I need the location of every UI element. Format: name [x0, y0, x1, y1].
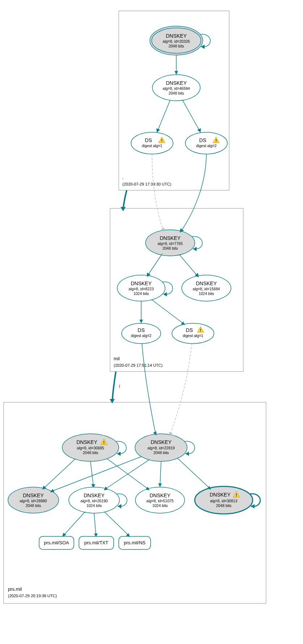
rr-soa: prs.mil/SOA: [44, 540, 69, 545]
zone-ts-root: (2020-07-29 17:39:30 UTC): [122, 182, 171, 186]
dnssec-graph: . (2020-07-29 17:39:30 UTC) mil (2020-07…: [0, 0, 303, 644]
svg-text:DS: DS: [145, 137, 152, 143]
zone-ts-mil: (2020-07-29 17:51:14 UTC): [114, 363, 163, 367]
svg-text:DNSKEY: DNSKEY: [131, 281, 152, 286]
svg-text:DNSKEY: DNSKEY: [76, 439, 97, 445]
svg-text:!: !: [200, 328, 201, 332]
rr-ns: prs.mil/NS: [124, 540, 146, 545]
svg-text:alg=8, id=30813: alg=8, id=30813: [210, 499, 237, 503]
svg-text:alg=8, id=30685: alg=8, id=30685: [77, 446, 104, 450]
rr-txt: prs.mil/TXT: [84, 540, 109, 545]
node-mil-zsk1: DNSKEY alg=8, id=8223 1024 bits: [117, 275, 165, 301]
svg-text:DNSKEY: DNSKEY: [23, 493, 44, 498]
svg-text:alg=8, id=8223: alg=8, id=8223: [129, 287, 154, 291]
svg-text:DNSKEY: DNSKEY: [160, 235, 181, 241]
svg-marker-94: [158, 483, 162, 487]
svg-text:DS: DS: [199, 137, 206, 143]
node-prs-ksk1: DNSKEY alg=8, id=30685 2048 bits !: [62, 434, 119, 461]
svg-text:!: !: [215, 138, 217, 143]
svg-text:!: !: [103, 440, 105, 445]
zone-ts-prsmil: (2020-07-29 20:19:38 UTC): [8, 594, 57, 598]
svg-text:1024 bits: 1024 bits: [152, 503, 168, 508]
svg-text:alg=8, id=26190: alg=8, id=26190: [80, 499, 108, 503]
svg-text:2048 bits: 2048 bits: [153, 450, 169, 455]
svg-marker-52: [110, 399, 115, 403]
svg-text:alg=8, id=51075: alg=8, id=51075: [146, 499, 173, 503]
node-mil-ksk: DNSKEY alg=8, id=7765 2048 bits: [146, 230, 195, 256]
svg-text:!: !: [161, 138, 163, 143]
svg-text:2048 bits: 2048 bits: [83, 450, 98, 455]
node-prs-k2: DNSKEY alg=8, id=26190 1024 bits: [69, 487, 119, 513]
svg-text:alg=8, id=20326: alg=8, id=20326: [163, 39, 190, 43]
svg-text:2048 bits: 2048 bits: [26, 503, 41, 508]
svg-text:digest alg=2: digest alg=2: [196, 144, 217, 148]
svg-text:2048 bits: 2048 bits: [169, 91, 184, 95]
svg-text:1024 bits: 1024 bits: [134, 291, 149, 296]
node-root-ds1: DS digest alg=1 !: [131, 132, 173, 154]
svg-text:alg=8, id=15684: alg=8, id=15684: [193, 287, 220, 291]
node-prs-k3: DNSKEY alg=8, id=51075 1024 bits: [135, 487, 185, 513]
svg-text:alg=8, id=22819: alg=8, id=22819: [147, 446, 174, 450]
svg-text:DNSKEY: DNSKEY: [166, 80, 187, 86]
node-mil-zsk2: DNSKEY alg=8, id=15684 1024 bits: [182, 275, 231, 301]
node-root-ksk: DNSKEY alg=8, id=20326 2048 bits: [150, 26, 203, 55]
svg-text:!: !: [119, 384, 120, 389]
svg-text:1024 bits: 1024 bits: [87, 503, 102, 508]
zone-label-prsmil: prs.mil: [8, 586, 22, 592]
node-root-ds2: DS digest alg=2 !: [185, 132, 227, 154]
svg-text:alg=8, id=46594: alg=8, id=46594: [163, 86, 190, 91]
svg-text:DNSKEY: DNSKEY: [151, 439, 172, 445]
svg-text:!: !: [236, 493, 237, 497]
svg-marker-22: [197, 128, 201, 133]
svg-text:1024 bits: 1024 bits: [199, 291, 214, 296]
svg-text:DNSKEY: DNSKEY: [210, 492, 231, 498]
svg-marker-20: [174, 71, 178, 75]
node-root-zsk: DNSKEY alg=8, id=46594 2048 bits: [152, 75, 200, 101]
node-mil-ds2: DS digest alg=2: [122, 323, 161, 344]
svg-text:2048 bits: 2048 bits: [163, 246, 178, 250]
svg-marker-50: [139, 320, 143, 323]
node-mil-ds1: DS digest alg=1 !: [172, 323, 214, 344]
svg-text:digest alg=1: digest alg=1: [183, 333, 203, 338]
svg-text:alg=8, id=7765: alg=8, id=7765: [157, 241, 183, 246]
svg-point-15: [185, 132, 227, 154]
svg-text:2048 bits: 2048 bits: [169, 44, 184, 48]
svg-text:DNSKEY: DNSKEY: [150, 493, 171, 498]
svg-text:DS: DS: [186, 327, 193, 333]
zone-label-root: .: [122, 175, 124, 180]
svg-text:digest alg=1: digest alg=1: [142, 144, 163, 148]
svg-point-10: [131, 132, 173, 154]
svg-text:DS: DS: [138, 327, 144, 333]
zone-label-mil: mil: [114, 356, 120, 361]
svg-text:DNSKEY: DNSKEY: [84, 493, 105, 498]
svg-marker-23: [121, 207, 126, 211]
error-icon: !: [116, 382, 123, 389]
svg-text:DNSKEY: DNSKEY: [166, 33, 187, 39]
node-prs-k4: DNSKEY alg=8, id=30813 2048 bits !: [195, 486, 253, 514]
node-prs-ksk2: DNSKEY alg=8, id=22819 2048 bits: [135, 434, 187, 461]
svg-text:digest alg=2: digest alg=2: [131, 333, 152, 338]
svg-text:2048 bits: 2048 bits: [216, 503, 232, 508]
svg-text:DNSKEY: DNSKEY: [196, 281, 217, 286]
svg-text:alg=8, id=28880: alg=8, id=28880: [20, 499, 47, 503]
